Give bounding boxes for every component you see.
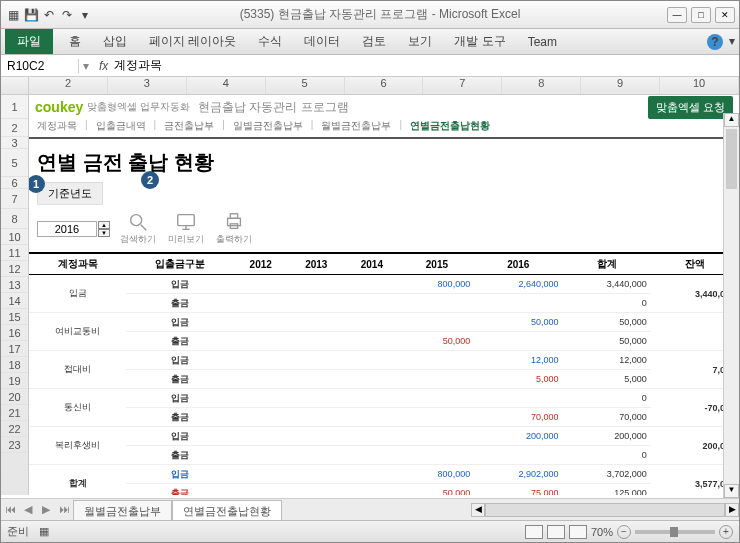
row-header[interactable]: 6 bbox=[1, 177, 28, 189]
col-header[interactable]: 3 bbox=[108, 77, 187, 94]
select-all-corner[interactable] bbox=[1, 77, 29, 94]
value-cell bbox=[400, 351, 474, 370]
nav-tab[interactable]: 일별금전출납부 bbox=[231, 119, 305, 133]
formula-input[interactable]: 계정과목 bbox=[114, 57, 162, 74]
year-input[interactable] bbox=[37, 221, 97, 237]
column-headers: 2 3 4 5 6 7 8 9 10 bbox=[1, 77, 739, 95]
vertical-scrollbar[interactable]: ▲ ▼ bbox=[723, 113, 739, 498]
nav-tab[interactable]: 계정과목 bbox=[35, 119, 79, 133]
tab-insert[interactable]: 삽입 bbox=[97, 31, 133, 52]
value-cell bbox=[289, 484, 345, 496]
sheet-nav-next-icon[interactable]: ▶ bbox=[37, 503, 55, 516]
row-header[interactable]: 17 bbox=[1, 341, 28, 357]
row-header[interactable]: 19 bbox=[1, 373, 28, 389]
page-title: 연별 금전 출납 현황 bbox=[29, 139, 739, 182]
row-header[interactable]: 1 bbox=[1, 95, 28, 119]
sheet-nav-prev-icon[interactable]: ◀ bbox=[19, 503, 37, 516]
horizontal-scrollbar[interactable]: ◀ ▶ bbox=[471, 503, 739, 517]
print-button[interactable]: 출력하기 bbox=[214, 211, 254, 246]
undo-icon[interactable]: ↶ bbox=[41, 7, 57, 23]
row-header[interactable]: 12 bbox=[1, 261, 28, 277]
row-header[interactable]: 18 bbox=[1, 357, 28, 373]
col-header[interactable]: 9 bbox=[581, 77, 660, 94]
table-header: 합계 bbox=[562, 253, 650, 275]
nav-tab[interactable]: 연별금전출납현황 bbox=[408, 119, 492, 133]
redo-icon[interactable]: ↷ bbox=[59, 7, 75, 23]
sheet-tab[interactable]: 연별금전출납현황 bbox=[172, 500, 282, 522]
spin-up-icon[interactable]: ▲ bbox=[98, 221, 110, 229]
row-header[interactable]: 15 bbox=[1, 309, 28, 325]
scroll-thumb[interactable] bbox=[726, 129, 737, 189]
zoom-level[interactable]: 70% bbox=[591, 526, 613, 538]
view-normal-icon[interactable] bbox=[525, 525, 543, 539]
row-header[interactable]: 22 bbox=[1, 421, 28, 437]
tab-data[interactable]: 데이터 bbox=[298, 31, 346, 52]
hscroll-left-icon[interactable]: ◀ bbox=[471, 503, 485, 517]
col-header[interactable]: 8 bbox=[502, 77, 581, 94]
scroll-up-icon[interactable]: ▲ bbox=[724, 113, 739, 127]
search-button[interactable]: 검색하기 bbox=[118, 211, 158, 246]
row-header[interactable]: 7 bbox=[1, 189, 28, 209]
name-box[interactable]: R10C2 bbox=[1, 59, 79, 73]
row-header[interactable]: 11 bbox=[1, 245, 28, 261]
scroll-down-icon[interactable]: ▼ bbox=[724, 484, 739, 498]
account-cell: 복리후생비 bbox=[29, 427, 126, 465]
tab-team[interactable]: Team bbox=[522, 33, 563, 51]
fx-icon[interactable]: fx bbox=[99, 59, 108, 73]
tab-home[interactable]: 홈 bbox=[63, 31, 87, 52]
zoom-slider[interactable] bbox=[635, 530, 715, 534]
row-header[interactable]: 14 bbox=[1, 293, 28, 309]
row-header[interactable]: 5 bbox=[1, 149, 28, 177]
nav-tab[interactable]: 월별금전출납부 bbox=[319, 119, 393, 133]
sheet-tab[interactable]: 월별금전출납부 bbox=[73, 500, 172, 522]
hscroll-right-icon[interactable]: ▶ bbox=[725, 503, 739, 517]
tab-view[interactable]: 보기 bbox=[402, 31, 438, 52]
col-header[interactable]: 7 bbox=[423, 77, 502, 94]
ribbon-minimize-icon[interactable]: ▾ bbox=[729, 34, 735, 50]
row-header[interactable]: 2 bbox=[1, 119, 28, 137]
value-cell bbox=[289, 408, 345, 427]
request-button[interactable]: 맞춤엑셀 요청 bbox=[648, 96, 733, 119]
row-header[interactable]: 16 bbox=[1, 325, 28, 341]
zoom-in-icon[interactable]: + bbox=[719, 525, 733, 539]
maximize-button[interactable]: □ bbox=[691, 7, 711, 23]
col-header[interactable]: 6 bbox=[345, 77, 424, 94]
help-icon[interactable]: ? bbox=[707, 34, 723, 50]
nav-tab[interactable]: 입출금내역 bbox=[94, 119, 148, 133]
zoom-out-icon[interactable]: − bbox=[617, 525, 631, 539]
row-header[interactable]: 23 bbox=[1, 437, 28, 453]
row-header[interactable]: 20 bbox=[1, 389, 28, 405]
row-header[interactable]: 3 bbox=[1, 137, 28, 149]
qat-dropdown-icon[interactable]: ▾ bbox=[77, 7, 93, 23]
macro-icon[interactable]: ▦ bbox=[39, 525, 49, 538]
col-header[interactable]: 5 bbox=[266, 77, 345, 94]
tab-pagelayout[interactable]: 페이지 레이아웃 bbox=[143, 31, 242, 52]
row-header[interactable]: 8 bbox=[1, 209, 28, 229]
close-button[interactable]: ✕ bbox=[715, 7, 735, 23]
view-pagebreak-icon[interactable] bbox=[569, 525, 587, 539]
table-row: 복리후생비입금200,000200,000200,000 bbox=[29, 427, 739, 446]
row-header[interactable]: 10 bbox=[1, 229, 28, 245]
view-pagelayout-icon[interactable] bbox=[547, 525, 565, 539]
tab-developer[interactable]: 개발 도구 bbox=[448, 31, 511, 52]
preview-button[interactable]: 미리보기 bbox=[166, 211, 206, 246]
save-icon[interactable]: 💾 bbox=[23, 7, 39, 23]
tab-review[interactable]: 검토 bbox=[356, 31, 392, 52]
col-header[interactable]: 10 bbox=[660, 77, 739, 94]
row-header[interactable]: 21 bbox=[1, 405, 28, 421]
col-header[interactable]: 4 bbox=[187, 77, 266, 94]
hscroll-track[interactable] bbox=[485, 503, 725, 517]
sheet-nav-last-icon[interactable]: ⏭ bbox=[55, 503, 73, 516]
spin-down-icon[interactable]: ▼ bbox=[98, 229, 110, 237]
table-row: 출금0 bbox=[29, 294, 739, 313]
col-header[interactable]: 2 bbox=[29, 77, 108, 94]
minimize-button[interactable]: — bbox=[667, 7, 687, 23]
namebox-dropdown-icon[interactable]: ▾ bbox=[79, 59, 93, 73]
tab-formulas[interactable]: 수식 bbox=[252, 31, 288, 52]
row-header[interactable]: 13 bbox=[1, 277, 28, 293]
table-row: 여비교통비입금50,00050,0000 bbox=[29, 313, 739, 332]
file-tab[interactable]: 파일 bbox=[5, 29, 53, 54]
value-cell bbox=[289, 446, 345, 465]
sheet-nav-first-icon[interactable]: ⏮ bbox=[1, 503, 19, 516]
nav-tab[interactable]: 금전출납부 bbox=[162, 119, 216, 133]
